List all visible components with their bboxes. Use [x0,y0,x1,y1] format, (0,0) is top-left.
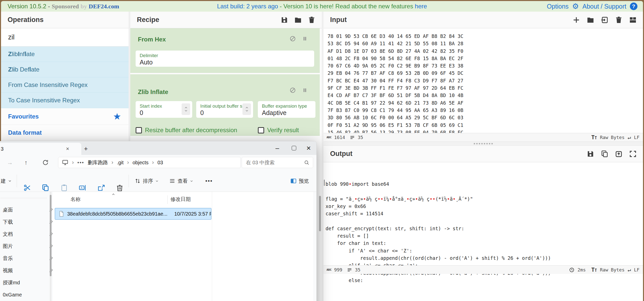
column-header-name[interactable]: 名称 [70,196,81,203]
clear-recipe-icon[interactable] [308,16,316,24]
sidebar-item-pictures[interactable]: 图片 [3,240,47,252]
input-eol-button[interactable]: LF [634,135,639,140]
sort-ascending-icon [111,192,115,196]
options-button[interactable]: Options [547,3,568,10]
resize-buffer-checkbox[interactable] [136,127,142,133]
line-count-icon [347,267,352,273]
tab-close-icon[interactable]: × [66,146,69,152]
output-panel: Output blob 990•import base64 flag = "ä¸… [324,146,643,301]
open-folder-icon[interactable] [586,16,595,24]
number-spinner[interactable] [182,103,190,115]
splitter-recipe-io[interactable] [322,12,324,301]
sidebar-item-videos[interactable]: 视频 [3,264,47,276]
column-divider[interactable] [167,195,168,204]
io-splitter[interactable] [324,142,643,146]
explorer-tab[interactable]: 3 × [0,143,81,155]
operation-item-zlib-inflate[interactable]: Zlib Inflate [1,47,129,62]
recipe-op-from-hex[interactable]: From Hex Delimiter Auto [130,28,320,73]
open-output-in-tab-icon[interactable] [615,150,623,158]
sidebar-scrollbar-thumb[interactable] [50,195,52,276]
new-button[interactable]: 建 [1,170,12,192]
minimize-button[interactable]: – [271,141,283,155]
recipe-op-zlib-inflate[interactable]: Zlib Inflate Start index 0 Initial outpu… [130,74,320,136]
explorer-toolbar: 建 排序 查看 ••• 预览 [0,170,316,192]
output-eol-button[interactable]: LF [634,267,639,272]
sidebar-item-documents[interactable]: 文档 [3,228,47,240]
add-input-tab-icon[interactable] [572,16,580,24]
sidebar-item-shoukemd[interactable]: 授课md [3,276,47,289]
output-encoding-button[interactable]: Raw Bytes [600,267,625,272]
search-operations-input[interactable] [8,33,119,41]
help-icon[interactable]: ? [630,3,637,10]
breadcrumb-item[interactable]: 03 [157,160,163,166]
top-banner: Version 10.5.2 - Sponsored by DEF24.com … [1,1,643,12]
close-button[interactable]: × [303,141,314,155]
disable-op-icon[interactable] [289,87,296,94]
sidebar-item-desktop[interactable]: 桌面 [3,204,47,216]
recipe-scrollbar[interactable] [319,196,321,231]
more-options-button[interactable]: ••• [205,170,213,192]
about-support-link[interactable]: About / Support [582,3,626,10]
maximize-output-icon[interactable] [629,150,637,158]
last-build-link[interactable]: Last build: 2 years ago [217,3,278,10]
character-encoding-icon[interactable]: TT [591,267,597,273]
number-spinner[interactable] [242,103,251,115]
load-recipe-icon[interactable] [294,16,302,24]
start-index-field[interactable]: Start index 0 [136,101,192,118]
this-pc-icon[interactable] [62,159,68,166]
input-settings-icon[interactable] [629,16,637,24]
sidebar-item-music[interactable]: 音乐 [3,252,47,264]
sidebar-scrollbar[interactable] [50,192,52,301]
column-header-modified[interactable]: 修改日期 [170,196,191,203]
delimiter-select[interactable]: Delimiter Auto [136,51,314,67]
address-bar[interactable]: › ••• 删库跑路 › .git › objects › 03 [58,157,241,168]
star-icon[interactable]: ★ [113,112,121,121]
input-encoding-button[interactable]: Raw Bytes [600,135,625,140]
eol-icon[interactable]: ↵ [628,267,631,273]
clear-input-icon[interactable] [615,16,623,24]
operation-item-to-case-insensitive-regex[interactable]: To Case Insensitive Regex [1,93,129,108]
preview-pane-icon [290,178,297,184]
open-file-as-input-icon[interactable] [601,16,609,24]
output-line-count: 35 [355,267,360,272]
bake-time: 2ms [578,267,586,272]
input-editor[interactable]: 78 01 9D 53 CB 6E D3 40 14 65 ED AF B8 B… [324,28,643,133]
gear-icon[interactable]: ⚙ [572,3,579,10]
sort-button[interactable]: 排序 [134,170,159,192]
forward-icon[interactable]: → [7,159,13,166]
breadcrumb-item[interactable]: .git [117,160,124,166]
category-favourites[interactable]: Favourites ★ [1,108,129,125]
breadcrumb-item[interactable]: objects [133,160,148,166]
disable-op-icon[interactable] [289,35,296,42]
up-icon[interactable]: ↑ [24,159,28,166]
explorer-search-input[interactable] [246,160,299,166]
breadcrumb-overflow-icon[interactable]: ••• [77,160,84,166]
breakpoint-icon[interactable] [302,35,308,42]
new-tab-icon[interactable]: + [82,145,90,153]
sidebar-item-0xgame[interactable]: 0xGame [3,289,47,301]
buffer-expansion-type-select[interactable]: Buffer expansion type Adaptive [258,101,315,118]
save-recipe-icon[interactable] [280,16,288,24]
copy-output-icon[interactable] [601,150,609,158]
character-encoding-icon[interactable]: TT [591,134,597,141]
operation-item-from-case-insensitive-regex[interactable]: From Case Insensitive Regex [1,77,129,93]
verify-result-checkbox[interactable] [258,127,264,133]
view-button[interactable]: 查看 [169,170,193,192]
sidebar-item-downloads[interactable]: 下载 [3,216,47,228]
output-title: Output [330,150,352,158]
breakpoint-icon[interactable] [302,87,308,94]
preview-toggle-button[interactable]: 预览 [290,170,309,192]
category-data-format[interactable]: Data format [1,125,129,141]
breadcrumb-item[interactable]: 删库跑路 [88,159,108,166]
refresh-icon[interactable] [42,159,49,166]
maximize-button[interactable] [288,141,300,155]
initial-buffer-size-field[interactable]: Initial output buffer size 0 [196,101,253,118]
eol-icon[interactable]: ↵ [628,134,631,141]
explorer-search-box[interactable] [242,157,313,168]
operation-item-zlib-deflate[interactable]: Zlib Deflate [1,62,129,77]
new-features-link[interactable]: here [415,3,427,10]
save-output-icon[interactable] [586,150,595,158]
search-icon[interactable] [304,160,309,165]
file-row[interactable]: 38eafdebfc8dcb5f505b8b6655eb23cb91ae... … [55,208,211,220]
input-char-count: 1614 [334,135,345,140]
